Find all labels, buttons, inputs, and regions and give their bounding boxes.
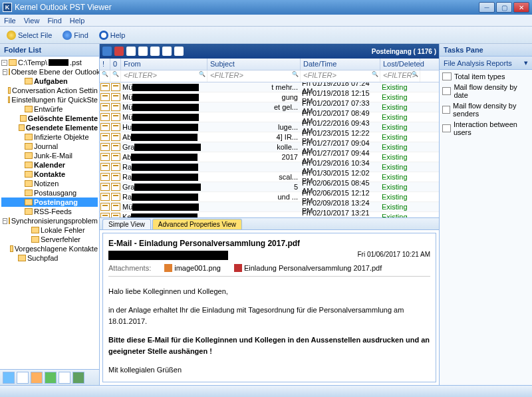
folder-icon — [7, 31, 16, 40]
folder-pane-header: Folder List — [0, 44, 99, 57]
grid-rows[interactable]: Müt mehr...Fri 01/19/2018 07:24 AMExisti… — [100, 82, 439, 218]
close-button[interactable]: ✕ — [513, 2, 529, 13]
table-row[interactable]: RaFri 01/29/2016 10:34 AMExisting — [100, 162, 439, 172]
preview-attachments: Attachments: image001.png Einladung Pers… — [108, 264, 430, 272]
filter-date[interactable]: <FILTER> — [301, 70, 380, 82]
menubar: File View Find Help — [0, 15, 532, 27]
table-row[interactable]: MügungFri 01/19/2018 12:15 PMExisting — [100, 92, 439, 102]
mail-icon — [100, 133, 110, 141]
filter-subject[interactable]: <FILTER> — [207, 70, 301, 82]
folder-tree[interactable]: −C:\Temp\.pst −Oberste Ebene der Outlook… — [0, 57, 99, 369]
tree-item[interactable]: Entwürfe — [1, 104, 98, 114]
attach-icon — [111, 153, 120, 161]
tool-icon-1[interactable] — [126, 47, 136, 56]
task-item[interactable]: Total item types — [441, 71, 531, 82]
tree-item[interactable]: Posteingang — [1, 198, 98, 207]
statusbar — [0, 385, 532, 397]
tree-item[interactable]: Kontakte — [1, 170, 98, 179]
tree-item[interactable]: Infizierte Objekte — [1, 132, 98, 142]
tool-icon-4[interactable] — [162, 47, 172, 56]
table-row[interactable]: Raund ...Fri 02/06/2015 12:12 PMExisting — [100, 192, 439, 202]
tree-item[interactable]: Suchpfad — [1, 253, 98, 263]
select-file-button[interactable]: Select File — [4, 29, 55, 41]
table-row[interactable]: Müet gel...Fri 01/20/2017 07:33 AMExisti… — [100, 102, 439, 112]
col-from[interactable]: From — [121, 59, 207, 70]
attachment-item[interactable]: Einladung Personalversammlung 2017.pdf — [234, 264, 382, 272]
report-icon — [442, 87, 451, 95]
tree-item[interactable]: −Synchronisierungsproblem — [1, 216, 98, 225]
table-row[interactable]: Huluge...Fri 01/22/2016 09:43 AMExisting — [100, 122, 439, 132]
tab-simple[interactable]: Simple View — [102, 219, 151, 229]
report-icon — [442, 106, 450, 114]
mail-grid: ! 0 From Subject Date/Time Lost/Deleted … — [100, 59, 439, 218]
attach-icon — [111, 133, 120, 141]
tab-advanced[interactable]: Advanced Properties View — [152, 219, 242, 229]
app-icon: K — [3, 3, 12, 12]
grid-toolbar: Posteingang ( 1176 ) — [100, 44, 439, 59]
tree-item[interactable]: Kalender — [1, 160, 98, 170]
col-icon1[interactable]: ! — [100, 59, 110, 70]
filter-status[interactable]: <FILTER> — [380, 70, 420, 82]
col-lostdeleted[interactable]: Lost/Deleted — [380, 59, 420, 70]
attach-icon — [111, 213, 120, 218]
tree-item[interactable]: Journal — [1, 142, 98, 151]
table-row[interactable]: KeFri 02/10/2017 13:21 PMExisting — [100, 212, 439, 218]
tree-item[interactable]: RSS-Feeds — [1, 207, 98, 216]
find-icon — [63, 31, 72, 40]
tree-item[interactable]: Conversation Action Settin — [1, 86, 98, 95]
menu-help[interactable]: Help — [70, 17, 85, 25]
help-button[interactable]: Help — [96, 29, 128, 41]
table-row[interactable]: Müt mehr...Fri 01/19/2018 07:24 AMExisti… — [100, 82, 439, 92]
minimize-button[interactable]: ─ — [479, 2, 495, 13]
attach-icon — [111, 183, 120, 191]
tool-icon-3[interactable] — [150, 47, 160, 56]
table-row[interactable]: Ab2017Fri 01/27/2017 09:44 AMExisting — [100, 152, 439, 162]
col-icon2[interactable]: 0 — [110, 59, 121, 70]
task-item[interactable]: Mail flow density by senders — [441, 100, 531, 119]
menu-find[interactable]: Find — [47, 17, 61, 25]
table-row[interactable]: Rascal...Fri 01/30/2015 12:02 PMExisting — [100, 172, 439, 182]
col-subject[interactable]: Subject — [207, 59, 301, 70]
view-btn-2[interactable] — [17, 372, 29, 384]
tree-item[interactable]: Einstellungen für QuickSte — [1, 95, 98, 104]
stop-icon[interactable] — [114, 47, 124, 56]
help-icon — [99, 31, 108, 40]
view-btn-1[interactable] — [3, 372, 15, 384]
task-item[interactable]: Interaction between users — [441, 119, 531, 138]
table-row[interactable]: Gra5Fri 02/06/2015 08:45 AMExisting — [100, 182, 439, 192]
table-row[interactable]: Ab4] IR...Fri 01/23/2015 12:22 PMExistin… — [100, 132, 439, 142]
maximize-button[interactable]: ▢ — [496, 2, 512, 13]
view-btn-5[interactable] — [59, 372, 70, 384]
tree-root[interactable]: −C:\Temp\.pst — [1, 58, 98, 67]
table-row[interactable]: MüFri 01/20/2017 08:49 AMExisting — [100, 112, 439, 122]
attachment-item[interactable]: image001.png — [164, 264, 221, 272]
tasks-section[interactable]: File Analysis Reports▾ — [440, 57, 532, 70]
table-row[interactable]: Grakolle...Fri 01/27/2017 09:04 AMExisti… — [100, 142, 439, 152]
table-row[interactable]: MüFri 02/09/2018 13:24 PMExisting — [100, 202, 439, 212]
menu-view[interactable]: View — [24, 17, 40, 25]
tree-item[interactable]: Aufgaben — [1, 76, 98, 86]
tree-item[interactable]: Postausgang — [1, 188, 98, 198]
col-datetime[interactable]: Date/Time — [301, 59, 380, 70]
mail-icon — [100, 193, 110, 201]
tree-item[interactable]: Gelöschte Elemente — [1, 114, 98, 123]
view-switcher — [0, 369, 99, 385]
task-item[interactable]: Mail flow density by date — [441, 82, 531, 100]
find-button[interactable]: Find — [60, 29, 90, 41]
view-btn-4[interactable] — [45, 372, 57, 384]
tree-item[interactable]: Junk-E-Mail — [1, 151, 98, 160]
tree-item[interactable]: Vorgeschlagene Kontakte — [1, 244, 98, 253]
filter-from[interactable]: <FILTER> — [121, 70, 207, 82]
tree-top[interactable]: −Oberste Ebene der Outlook-D — [1, 67, 98, 76]
tool-icon-5[interactable] — [174, 47, 184, 56]
view-btn-3[interactable] — [31, 372, 43, 384]
tree-item[interactable]: Serverfehler — [1, 235, 98, 244]
tool-icon-2[interactable] — [138, 47, 148, 56]
mail-icon — [100, 163, 110, 171]
tree-item[interactable]: Gesendete Elemente — [1, 123, 98, 132]
tree-item[interactable]: Notizen — [1, 179, 98, 188]
tree-item[interactable]: Lokale Fehler — [1, 225, 98, 235]
view-btn-6[interactable] — [72, 372, 84, 384]
refresh-icon[interactable] — [102, 47, 112, 56]
menu-file[interactable]: File — [4, 17, 16, 25]
